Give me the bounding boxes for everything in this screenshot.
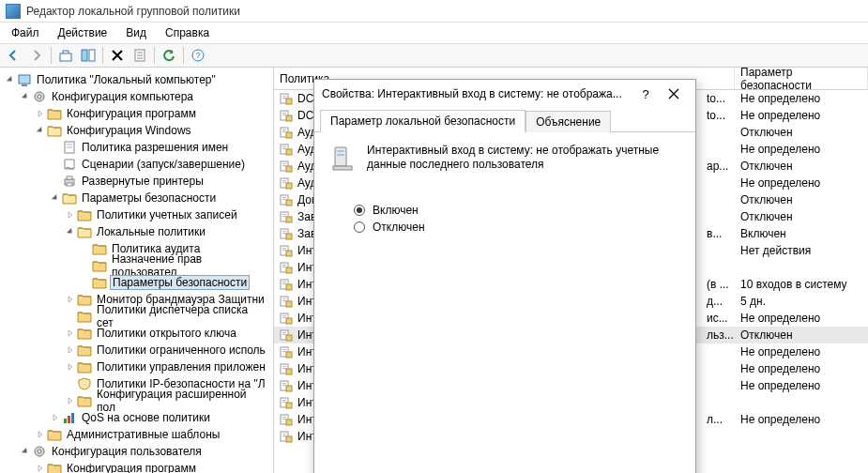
folder-icon (92, 275, 107, 290)
row-security-value: Не определено (735, 176, 868, 190)
help-icon: ? (190, 48, 206, 63)
expand-collapse-icon[interactable] (64, 343, 77, 357)
row-security-value: Отключен (735, 193, 868, 206)
row-policy-suffix: (в ... (707, 278, 735, 291)
row-security-value: Нет действия (735, 244, 868, 257)
server-icon (327, 144, 358, 174)
folder-icon (92, 241, 107, 256)
expand-collapse-icon[interactable] (64, 225, 77, 238)
menu-view[interactable]: Вид (116, 23, 156, 42)
svg-rect-37 (282, 146, 286, 147)
tree-item[interactable]: Политики ограниченного исполь (0, 342, 273, 359)
tree-item[interactable]: Конфигурация компьютера (0, 88, 273, 105)
svg-text:?: ? (195, 51, 200, 60)
svg-rect-67 (286, 267, 292, 273)
tree-item[interactable]: Политика "Локальный компьютер" (0, 71, 273, 88)
expand-collapse-icon[interactable] (34, 462, 47, 473)
tab-explanation[interactable]: Объяснение (525, 111, 611, 132)
forward-button[interactable] (26, 45, 47, 66)
up-button[interactable] (55, 45, 76, 66)
window-title: Редактор локальной групповой политики (26, 5, 240, 18)
tree-item[interactable]: Локальные политики (0, 223, 273, 240)
tree-item-label: Конфигурация компьютера (50, 90, 195, 103)
delete-button[interactable] (107, 45, 128, 66)
policy-item-icon (279, 412, 294, 427)
help-button[interactable]: ? (188, 45, 208, 66)
expand-collapse-icon[interactable] (64, 293, 77, 306)
expand-collapse-icon[interactable] (34, 107, 47, 120)
expand-collapse-icon[interactable] (64, 327, 77, 340)
tree-item[interactable]: Сценарии (запуск/завершение) (0, 156, 273, 173)
expand-collapse-icon[interactable] (64, 394, 77, 407)
tree-item[interactable]: Конфигурация расширенной пол (0, 392, 273, 409)
row-security-value: Не определено (735, 109, 868, 122)
nav-tree[interactable]: Политика "Локальный компьютер"Конфигурац… (0, 71, 273, 473)
menu-help[interactable]: Справка (156, 23, 219, 42)
svg-rect-49 (282, 197, 286, 198)
gear-icon (32, 444, 47, 459)
expand-collapse-icon[interactable] (64, 208, 77, 221)
show-hide-tree-button[interactable] (78, 45, 99, 66)
tab-local-security-param[interactable]: Параметр локальной безопасности (320, 110, 525, 132)
gear-icon (32, 89, 47, 104)
expand-collapse-icon[interactable] (49, 411, 62, 424)
expand-collapse-icon[interactable] (49, 191, 62, 205)
tree-item-label: Конфигурация программ (65, 107, 198, 120)
tree-item[interactable]: Параметры безопасности (0, 190, 273, 206)
svg-rect-17 (67, 176, 72, 179)
tree-item[interactable]: Параметры безопасности (0, 274, 273, 291)
folder-icon (92, 258, 107, 273)
row-security-value: Включен (735, 227, 868, 240)
svg-rect-2 (89, 50, 95, 61)
menu-action[interactable]: Действие (49, 23, 117, 42)
expand-collapse-icon[interactable] (34, 428, 47, 441)
expand-collapse-icon[interactable] (64, 360, 77, 374)
tree-item[interactable]: Конфигурация программ (0, 460, 273, 473)
tree-item[interactable]: Политики учетных записей (0, 206, 273, 223)
properties-button[interactable] (129, 45, 150, 66)
row-security-value: Не определено (735, 312, 868, 325)
tree-item[interactable]: Политика разрешения имен (0, 139, 273, 156)
svg-rect-83 (286, 335, 292, 341)
script-icon (62, 157, 77, 172)
tree-item-label: Конфигурация пользователя (50, 445, 204, 458)
policy-item-icon (279, 125, 294, 140)
content-area: Политика "Локальный компьютер"Конфигурац… (0, 68, 868, 473)
tree-item[interactable]: Политики открытого ключа (0, 325, 273, 342)
svg-rect-98 (282, 402, 286, 403)
expand-collapse-icon[interactable] (34, 124, 47, 137)
tree-item[interactable]: Конфигурация программ (0, 105, 273, 122)
folder-icon (47, 106, 62, 121)
policy-item-icon (279, 311, 294, 326)
expand-collapse-icon[interactable] (19, 90, 32, 103)
policy-item-icon (279, 209, 294, 224)
svg-rect-109 (337, 150, 344, 152)
tree-item[interactable]: Развернутые принтеры (0, 173, 273, 190)
menu-file[interactable]: Файл (2, 23, 49, 42)
tree-item[interactable]: Конфигурация Windows (0, 122, 273, 139)
tree-item[interactable]: Административные шаблоны (0, 426, 273, 443)
tree-item[interactable]: Политики диспетчера списка сет (0, 308, 273, 325)
svg-rect-90 (282, 368, 286, 369)
row-policy-suffix: л... (707, 413, 735, 426)
dialog-content: Интерактивный вход в систему: не отображ… (314, 132, 695, 249)
radio-disabled-label: Отключен (373, 221, 425, 234)
radio-disabled[interactable]: Отключен (354, 221, 682, 234)
tree-item[interactable]: Назначение прав пользовател (0, 257, 273, 274)
row-security-value: Отключен (735, 210, 868, 223)
dialog-close-button[interactable] (660, 80, 688, 108)
expand-collapse-icon[interactable] (19, 445, 32, 458)
svg-rect-27 (286, 99, 292, 104)
column-security-param[interactable]: Параметр безопасности (735, 68, 868, 89)
back-button[interactable] (4, 45, 24, 66)
svg-rect-81 (282, 332, 286, 333)
dialog-help-button[interactable]: ? (632, 80, 660, 108)
policy-item-icon (279, 344, 294, 359)
tree-item[interactable]: Политики управления приложен (0, 359, 273, 375)
tree-item[interactable]: Конфигурация пользователя (0, 443, 273, 460)
expand-collapse-icon[interactable] (4, 73, 17, 86)
svg-rect-110 (337, 154, 344, 156)
radio-enabled[interactable]: Включен (354, 204, 682, 217)
refresh-button[interactable] (159, 45, 179, 66)
tree-item-label: Конфигурация Windows (65, 124, 193, 137)
